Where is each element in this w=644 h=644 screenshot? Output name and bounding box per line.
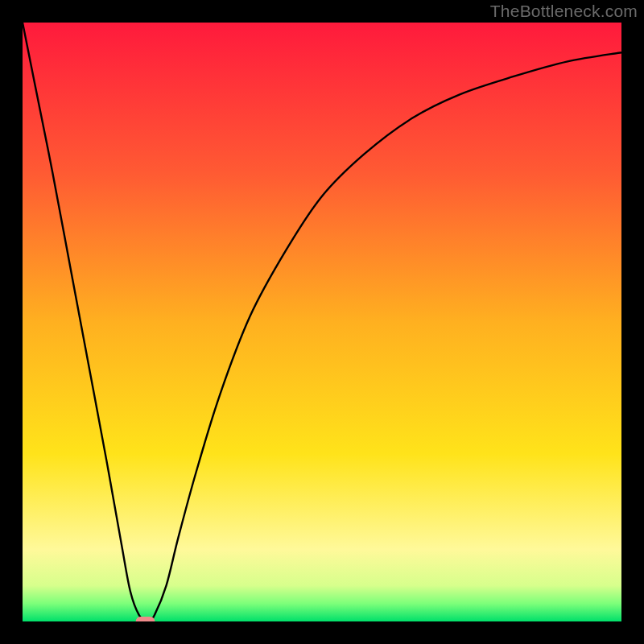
minimum-marker: [136, 617, 155, 621]
background-gradient: [23, 23, 621, 621]
chart-svg: [23, 23, 621, 621]
plot-area: [23, 23, 621, 621]
chart-frame: TheBottleneck.com: [0, 0, 644, 644]
watermark-label: TheBottleneck.com: [490, 2, 638, 21]
